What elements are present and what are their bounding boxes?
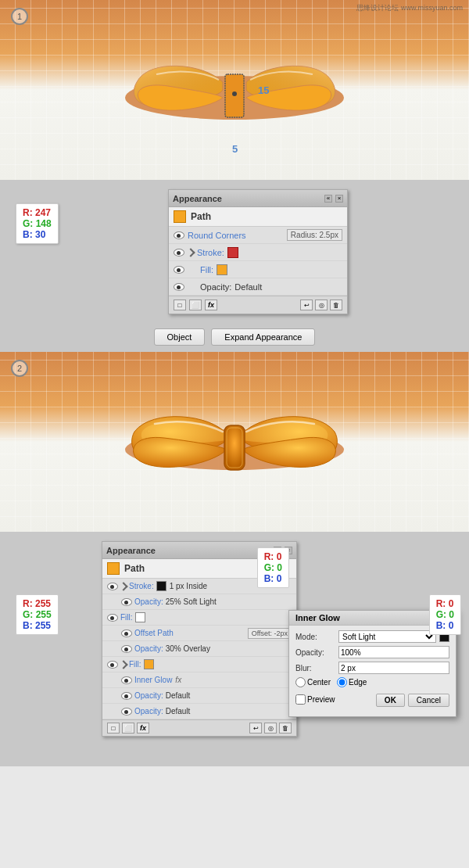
dlg-opacity-label: Opacity: [295, 648, 338, 657]
fx-icon[interactable]: fx [205, 299, 217, 310]
visibility-icon-1[interactable] [174, 231, 184, 239]
new-item-icon-2[interactable]: □ [107, 723, 120, 733]
color-r-left-2: R: 255 [23, 598, 52, 609]
dlg-blur-label: Blur: [295, 664, 338, 673]
vis-icon-ov[interactable] [121, 645, 132, 653]
dlg-blur-input[interactable] [338, 662, 449, 674]
panel-collapse-1[interactable]: « [324, 195, 332, 203]
fill-swatch-orange[interactable] [144, 659, 154, 669]
preview-label: Preview [307, 695, 335, 704]
center-option[interactable]: Center [295, 677, 331, 687]
panel-title-1: Appearance [173, 194, 222, 203]
duplicate-icon-2[interactable]: ⬜ [122, 723, 134, 733]
stroke-swatch[interactable] [227, 247, 238, 258]
stroke-label-2[interactable]: Stroke: [129, 582, 154, 590]
vis-icon-op2[interactable] [121, 629, 132, 637]
fill2-label[interactable]: Fill: [129, 660, 141, 669]
preview-option[interactable]: Preview [295, 694, 335, 705]
delete-icon-2[interactable]: 🗑 [279, 723, 292, 733]
delete-icon[interactable]: 🗑 [330, 299, 342, 310]
fill-label[interactable]: Fill: [200, 265, 213, 274]
panel-titlebar-1: Appearance « × [169, 190, 347, 207]
row-inner-glow: Inner Glow fx [102, 673, 296, 688]
color-b-right-2: B: 0 [264, 573, 282, 584]
new-item-icon[interactable]: □ [174, 299, 186, 310]
vis-icon-ig[interactable] [121, 676, 132, 684]
vis-icon-f2[interactable] [107, 661, 118, 669]
object-button[interactable]: Object [154, 328, 206, 346]
dialog-body: Mode: Soft Light Opacity: Blur: Cent [289, 626, 456, 716]
fx-badge: fx [175, 676, 181, 684]
vis-icon-s2[interactable] [107, 583, 118, 590]
mode-select[interactable]: Soft Light [338, 630, 436, 643]
round-corners-label[interactable]: Round Corners [188, 231, 246, 240]
edge-option[interactable]: Edge [337, 677, 367, 687]
color-b-1: B: 30 [23, 229, 52, 240]
vis-icon-op1[interactable] [121, 598, 132, 606]
color-g-right-2: G: 0 [264, 562, 282, 573]
inner-glow-label[interactable]: Inner Glow [134, 676, 172, 684]
watermark: 思绛设计论坛 www.missyuan.com [356, 3, 463, 13]
move-up-icon[interactable]: ↩ [300, 299, 313, 310]
fill-label-2[interactable]: Fill: [120, 613, 133, 622]
opacity2-label: Opacity: [134, 644, 163, 653]
panel-title-2: Appearance [106, 546, 156, 555]
panel-area-2: R: 255 G: 255 B: 255 R: 0 G: 0 B: 0 Appe… [0, 532, 469, 766]
fx-icon-2[interactable]: fx [137, 723, 149, 733]
path-label-1: Path [191, 211, 211, 222]
svg-rect-4 [224, 425, 245, 470]
visibility-icon-2[interactable] [174, 249, 184, 256]
opacity4-val: Default [166, 707, 191, 716]
vis-icon-f1[interactable] [107, 614, 118, 622]
row-opacity-overlay: Opacity: 30% Overlay [102, 641, 296, 657]
row-fill-white: Fill: [102, 610, 296, 626]
row-opacity-default-2: Opacity: Default [102, 704, 296, 719]
edge-radio[interactable] [337, 677, 347, 687]
duplicate-icon[interactable]: ⬜ [189, 299, 202, 310]
fill-swatch-1[interactable] [217, 264, 227, 275]
preview-checkbox[interactable] [295, 694, 306, 705]
dialog-mode-row: Mode: Soft Light [295, 630, 449, 643]
expand-arrow-f2[interactable] [119, 660, 127, 669]
expand-arrow-s2[interactable] [119, 582, 127, 590]
path-icon-1 [174, 210, 186, 223]
cancel-button[interactable]: Cancel [408, 694, 449, 707]
clear-icon-2[interactable]: ◎ [264, 723, 277, 733]
bow-illustration-1 [125, 39, 344, 151]
dialog-blur-row: Blur: [295, 662, 449, 674]
row-fill-orange: Fill: [102, 657, 296, 673]
vis-icon-od2[interactable] [121, 708, 132, 716]
color-annotation-right-2: R: 0 G: 0 B: 0 [257, 547, 289, 588]
fill-swatch-white[interactable] [135, 612, 145, 622]
section-number-2: 2 [11, 360, 28, 377]
row-offset-path: Offset Path Offset: -2px [102, 626, 296, 641]
bow-illustration-2 [125, 391, 344, 503]
opacity3-label: Opacity: [134, 691, 163, 700]
stroke-label[interactable]: Stroke: [197, 248, 224, 257]
offset-path-label[interactable]: Offset Path [134, 629, 174, 637]
dialog-actions-row: Preview OK Cancel [295, 690, 449, 708]
dlg-color-r: R: 0 [436, 598, 454, 609]
stroke-swatch-2[interactable] [156, 581, 166, 591]
expand-arrow-stroke[interactable] [186, 248, 195, 256]
dlg-opacity-input[interactable] [338, 646, 449, 658]
expand-appearance-button[interactable]: Expand Appearance [211, 328, 315, 346]
visibility-icon-3[interactable] [174, 266, 184, 274]
panel-close-1[interactable]: × [335, 195, 343, 203]
color-r-1: R: 247 [23, 207, 52, 218]
path-label-2: Path [124, 563, 145, 574]
offset-val: Offset: -2px [248, 628, 292, 639]
color-g-1: G: 148 [23, 218, 52, 229]
center-radio[interactable] [295, 677, 306, 687]
color-b-left-2: B: 255 [23, 620, 52, 631]
panel-controls-1[interactable]: « × [324, 195, 343, 203]
move-up-icon-2[interactable]: ↩ [249, 723, 262, 733]
row-fill: Fill: [169, 261, 347, 278]
opacity4-label: Opacity: [134, 707, 163, 716]
visibility-icon-4[interactable] [174, 283, 184, 291]
section1-canvas: 1 思绛设计论坛 www.missyuan.com [0, 0, 469, 180]
ok-button[interactable]: OK [376, 694, 405, 707]
vis-icon-od1[interactable] [121, 692, 132, 700]
dimension-5: 5 [232, 143, 238, 155]
clear-icon[interactable]: ◎ [315, 299, 328, 310]
